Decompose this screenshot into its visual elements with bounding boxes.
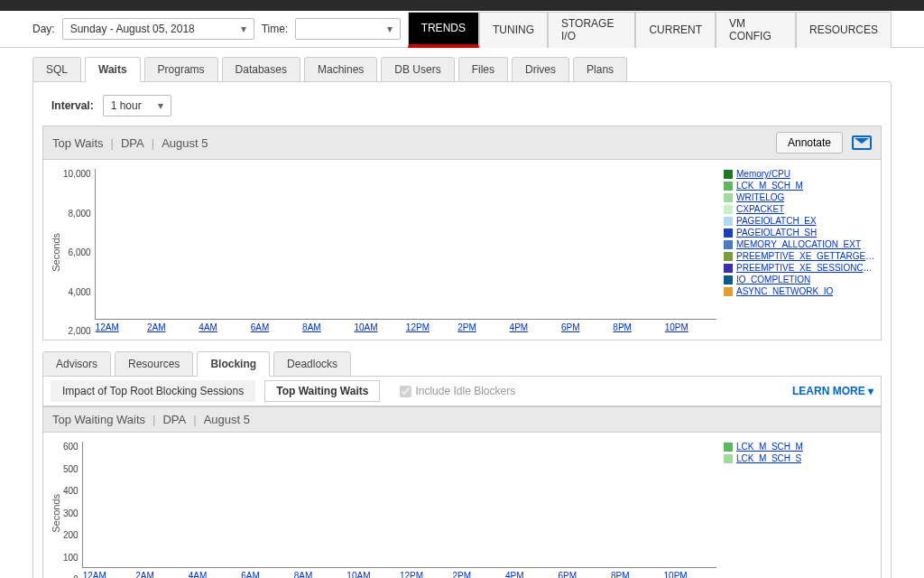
waits-panel: Interval: 1 hour ▾ Top Waits | DPA | Aug…: [32, 81, 892, 578]
sub-tab-db-users[interactable]: DB Users: [381, 57, 454, 82]
chart-plot[interactable]: 12AM2AM4AM6AM8AM10AM12PM2PM4PM6PM8PM10PM: [82, 442, 716, 568]
x-tick[interactable]: 10PM: [664, 571, 688, 578]
x-tick[interactable]: 8AM: [294, 571, 313, 578]
x-tick[interactable]: 2PM: [457, 322, 476, 332]
x-tick[interactable]: 6AM: [241, 571, 260, 578]
main-tabs: TRENDSTUNINGSTORAGE I/OCURRENTVM CONFIGR…: [408, 19, 892, 40]
top-chart-date: August 5: [162, 136, 208, 150]
filter-row: Day: Sunday - August 05, 2018 ▾ Time: ▾ …: [0, 11, 924, 48]
legend-item[interactable]: LCK_M_SCH_S: [736, 453, 801, 463]
x-tick[interactable]: 10AM: [354, 322, 377, 332]
chevron-down-icon: ▾: [868, 385, 873, 397]
lower-tabs: AdvisorsResourcesBlockingDeadlocks: [42, 351, 882, 377]
top-chart-title: Top Waits: [52, 136, 104, 150]
chart-legend: LCK_M_SCH_MLCK_M_SCH_S: [716, 442, 875, 578]
bottom-chart-date: August 5: [204, 413, 250, 426]
main-tab-resources[interactable]: RESOURCES: [796, 12, 892, 48]
legend-item[interactable]: PAGEIOLATCH_EX: [736, 216, 817, 226]
sub-tab-machines[interactable]: Machines: [304, 57, 377, 82]
legend-item[interactable]: IO_COMPLETION: [736, 275, 810, 284]
include-idle-checkbox[interactable]: [400, 386, 411, 397]
day-select[interactable]: Sunday - August 05, 2018 ▾: [62, 18, 254, 40]
main-tab-vm-config[interactable]: VM CONFIG: [716, 12, 796, 48]
bottom-chart-title: Top Waiting Waits: [52, 413, 145, 426]
sub-tab-programs[interactable]: Programs: [144, 57, 218, 82]
x-tick[interactable]: 6AM: [251, 322, 270, 332]
chevron-down-icon: ▾: [241, 23, 246, 35]
bottom-chart-header: Top Waiting Waits | DPA | August 5: [42, 406, 882, 433]
sub-tab-plans[interactable]: Plans: [573, 57, 627, 82]
x-tick[interactable]: 10AM: [346, 571, 370, 578]
lower-tab-advisors[interactable]: Advisors: [42, 351, 111, 377]
x-tick[interactable]: 12AM: [96, 322, 119, 332]
toggle-impact[interactable]: Impact of Top Root Blocking Sessions: [51, 380, 255, 402]
sub-tab-waits[interactable]: Waits: [85, 57, 141, 82]
time-label: Time:: [262, 23, 289, 35]
lower-tab-resources[interactable]: Resources: [115, 351, 193, 377]
legend-item[interactable]: WRITELOG: [736, 192, 784, 202]
learn-more-link[interactable]: LEARN MORE ▾: [792, 385, 873, 397]
main-tab-current[interactable]: CURRENT: [635, 12, 716, 48]
legend-item[interactable]: MEMORY_ALLOCATION_EXT: [736, 239, 861, 249]
y-axis-label: Seconds: [49, 494, 63, 533]
bottom-chart-instance: DPA: [162, 413, 186, 426]
toggle-waiting[interactable]: Top Waiting Waits: [264, 380, 380, 402]
annotate-button[interactable]: Annotate: [776, 132, 843, 154]
chart-legend: Memory/CPULCK_M_SCH_MWRITELOGCXPACKETPAG…: [716, 169, 875, 336]
interval-select[interactable]: 1 hour ▾: [103, 95, 171, 117]
lower-tab-blocking[interactable]: Blocking: [197, 351, 270, 377]
main-tab-tuning[interactable]: TUNING: [479, 12, 548, 48]
x-tick[interactable]: 8PM: [611, 571, 630, 578]
sub-tab-databases[interactable]: Databases: [222, 57, 300, 82]
x-tick[interactable]: 4AM: [199, 322, 217, 332]
top-chart-header: Top Waits | DPA | August 5 Annotate: [42, 126, 882, 160]
x-tick[interactable]: 2AM: [147, 322, 166, 332]
x-tick[interactable]: 2AM: [135, 571, 154, 578]
sub-tab-files[interactable]: Files: [458, 57, 508, 82]
time-select[interactable]: ▾: [295, 18, 400, 40]
window-topbar: [0, 0, 924, 11]
y-axis-label: Seconds: [49, 233, 63, 272]
chart-plot[interactable]: 12AM2AM4AM6AM8AM10AM12PM2PM4PM6PM8PM10PM: [95, 169, 716, 320]
top-chart: Seconds10,0008,0006,0004,0002,00012AM2AM…: [42, 160, 882, 340]
day-label: Day:: [32, 23, 55, 35]
lower-tab-deadlocks[interactable]: Deadlocks: [273, 351, 351, 377]
chevron-down-icon: ▾: [158, 99, 163, 112]
x-tick[interactable]: 10PM: [665, 322, 688, 332]
x-tick[interactable]: 2PM: [452, 571, 471, 578]
main-tab-trends[interactable]: TRENDS: [408, 12, 479, 48]
x-tick[interactable]: 4PM: [510, 322, 529, 332]
top-chart-instance: DPA: [121, 136, 144, 150]
legend-item[interactable]: PREEMPTIVE_XE_GETTARGETSTA: [736, 251, 875, 261]
legend-item[interactable]: Memory/CPU: [736, 169, 790, 179]
mail-icon[interactable]: [852, 135, 872, 150]
blocking-toggle-row: Impact of Top Root Blocking Sessions Top…: [42, 376, 882, 406]
x-tick[interactable]: 8AM: [302, 322, 321, 332]
x-tick[interactable]: 12PM: [400, 571, 423, 578]
include-idle-blockers[interactable]: Include Idle Blockers: [400, 385, 515, 397]
x-tick[interactable]: 12AM: [83, 571, 106, 578]
x-tick[interactable]: 4PM: [505, 571, 524, 578]
interval-value: 1 hour: [111, 99, 142, 112]
bottom-chart: Seconds600500400300200100012AM2AM4AM6AM8…: [42, 433, 882, 578]
sub-tab-drives[interactable]: Drives: [512, 57, 569, 82]
legend-item[interactable]: CXPACKET: [736, 204, 784, 214]
legend-item[interactable]: LCK_M_SCH_M: [736, 181, 803, 191]
x-tick[interactable]: 12PM: [406, 322, 430, 332]
x-tick[interactable]: 6PM: [558, 571, 577, 578]
day-select-value: Sunday - August 05, 2018: [70, 23, 195, 35]
x-tick[interactable]: 6PM: [561, 322, 580, 332]
legend-item[interactable]: ASYNC_NETWORK_IO: [736, 286, 833, 296]
interval-row: Interval: 1 hour ▾: [42, 91, 882, 126]
legend-item[interactable]: LCK_M_SCH_M: [736, 442, 803, 452]
x-tick[interactable]: 4AM: [189, 571, 208, 578]
legend-item[interactable]: PAGEIOLATCH_SH: [736, 228, 817, 238]
interval-label: Interval:: [51, 99, 94, 112]
sub-tabs: SQLWaitsProgramsDatabasesMachinesDB User…: [32, 57, 892, 82]
sub-tab-sql[interactable]: SQL: [32, 57, 81, 82]
main-tab-storage-i-o[interactable]: STORAGE I/O: [548, 12, 635, 48]
x-tick[interactable]: 8PM: [613, 322, 632, 332]
legend-item[interactable]: PREEMPTIVE_XE_SESSIONCOMMIT: [736, 263, 875, 273]
chevron-down-icon: ▾: [387, 23, 393, 35]
